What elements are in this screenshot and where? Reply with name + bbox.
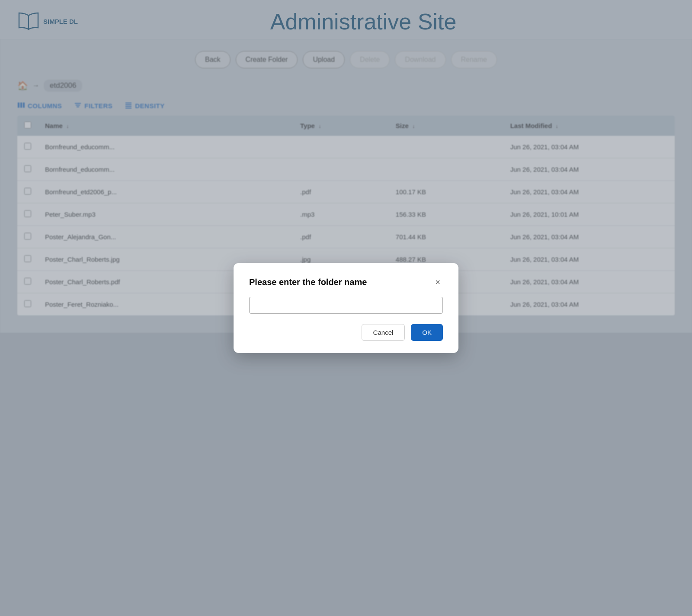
modal-actions: Cancel OK (249, 324, 443, 341)
modal-title: Please enter the folder name (249, 277, 367, 287)
modal-header: Please enter the folder name × (249, 277, 443, 287)
cancel-button[interactable]: Cancel (362, 324, 405, 341)
modal-dialog: Please enter the folder name × Cancel OK (234, 263, 458, 353)
modal-close-button[interactable]: × (432, 277, 443, 287)
ok-button[interactable]: OK (411, 324, 443, 341)
modal-overlay: Please enter the folder name × Cancel OK (0, 0, 692, 616)
folder-name-input[interactable] (249, 297, 443, 314)
